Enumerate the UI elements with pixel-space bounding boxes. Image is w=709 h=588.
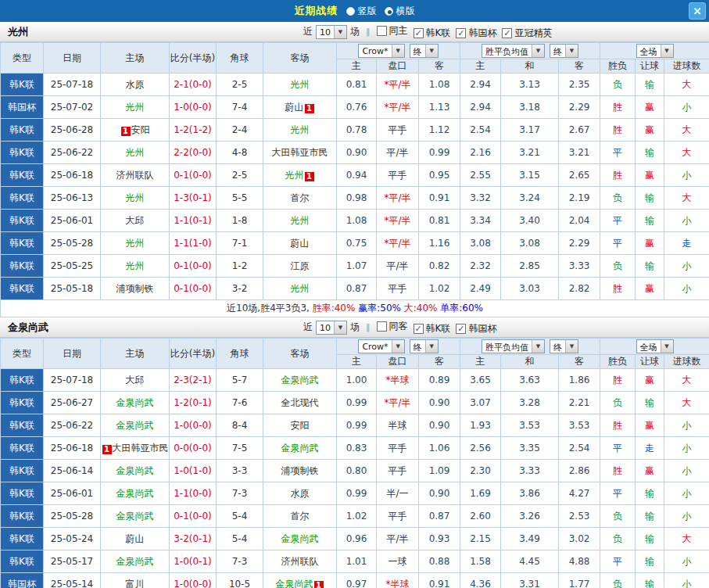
league-type-cell: 韩K联 <box>1 414 44 437</box>
score-cell: 2-3(2-1) <box>170 369 217 392</box>
red-card-badge: 1 <box>305 104 314 113</box>
mean-draw-cell: 3.13 <box>501 74 559 96</box>
away-odds-cell: 0.93 <box>419 528 460 550</box>
checkbox-icon[interactable]: ✓ <box>502 28 512 38</box>
layout-option-vertical[interactable]: 竖版 <box>346 5 377 18</box>
goals-result-cell: 大 <box>664 528 709 550</box>
handicap-result-cell: 输 <box>636 482 664 505</box>
match-date-cell: 25-05-18 <box>44 278 101 300</box>
handicap-line-cell: 平/半 <box>377 142 419 164</box>
team-label: 金泉尚武 <box>116 465 154 476</box>
filter-option[interactable]: ✓韩国杯 <box>456 27 496 40</box>
checkbox-icon[interactable] <box>377 321 387 332</box>
checkbox-icon[interactable]: ✓ <box>456 28 466 38</box>
team-label: 大邱 <box>126 215 145 226</box>
team-label: 大邱 <box>126 375 145 385</box>
mean-away-cell: 2.35 <box>559 74 600 96</box>
mean-home-cell: 3.32 <box>460 187 501 210</box>
corner-cell: 1-2 <box>217 255 263 278</box>
goals-result-cell: 大 <box>664 369 709 392</box>
filter-option[interactable]: ✓韩K联 <box>414 27 451 40</box>
radio-label: 横版 <box>396 5 415 18</box>
away-team-cell: 蔚山1 <box>263 96 337 119</box>
away-team-cell: 金泉尚武 <box>263 528 337 550</box>
away-odds-cell: 0.90 <box>419 482 460 505</box>
handicap-result-cell: 输 <box>636 528 664 550</box>
away-team-cell: 安阳 <box>263 414 337 437</box>
corner-cell: 2-4 <box>217 119 263 142</box>
wdl-result-cell: 胜 <box>600 164 636 187</box>
close-button[interactable]: ✕ <box>689 2 706 20</box>
team-label: 金泉尚武 <box>116 511 154 522</box>
mean-stage-select[interactable]: 终 ▼ <box>550 339 578 353</box>
mean-away-cell: 2.54 <box>559 437 600 460</box>
filter-option[interactable]: ✓韩国杯 <box>456 322 496 335</box>
corner-cell: 2-5 <box>217 164 263 187</box>
match-date-cell: 25-06-28 <box>44 119 101 142</box>
away-team-cell: 光州 <box>263 119 337 142</box>
dropdown-arrow-icon: ▼ <box>532 45 544 57</box>
mean-home-cell: 2.55 <box>460 164 501 187</box>
away-odds-cell: 1.13 <box>419 96 460 119</box>
dropdown-arrow-icon: ▼ <box>565 45 578 57</box>
match-date-cell: 25-06-22 <box>44 414 101 437</box>
match-date-cell: 25-05-28 <box>44 232 101 255</box>
match-date-cell: 25-05-17 <box>44 550 101 573</box>
score-cell: 0-1(0-0) <box>170 505 217 528</box>
mean-away-cell: 2.21 <box>559 392 600 414</box>
mean-away-cell: 2.53 <box>559 505 600 528</box>
match-row: 韩K联25-05-28光州1-1(1-0)7-1蔚山0.75*平/半1.163.… <box>1 232 709 255</box>
league-filters: 同主✓韩K联✓韩国杯✓亚冠精英 <box>377 24 558 40</box>
col-header-result-wdl: 胜负 <box>600 59 636 74</box>
mean-draw-cell: 3.40 <box>501 210 559 232</box>
match-date-cell: 25-06-13 <box>44 187 101 210</box>
recent-count-select[interactable]: 10 ▼ <box>316 321 347 335</box>
team-label: 光州 <box>291 215 310 226</box>
dropdown-arrow-icon: ▼ <box>392 340 404 353</box>
league-type-cell: 韩K联 <box>1 278 44 300</box>
filter-option[interactable]: ✓韩K联 <box>414 322 451 335</box>
home-odds-cell: 1.01 <box>337 550 377 573</box>
match-date-cell: 25-06-01 <box>44 210 101 232</box>
filter-option[interactable]: 同客 <box>377 320 408 333</box>
team-label: 光州 <box>126 147 145 158</box>
wdl-result-cell: 胜 <box>600 119 636 142</box>
filter-option[interactable]: 同主 <box>377 24 408 38</box>
mean-type-select[interactable]: 胜平负均值 ▼ <box>482 339 545 353</box>
mean-type-select[interactable]: 胜平负均值 ▼ <box>482 44 545 58</box>
mean-away-cell: 2.67 <box>559 119 600 142</box>
odds-company-select[interactable]: Crow* ▼ <box>358 339 404 353</box>
match-date-cell: 25-07-02 <box>44 96 101 119</box>
odds-stage-select[interactable]: 终 ▼ <box>410 44 439 58</box>
score-cell: 0-1(0-0) <box>170 164 217 187</box>
mean-group-header: 胜平负均值 ▼ 终 ▼ <box>460 339 600 355</box>
wdl-result-cell: 胜 <box>600 278 636 300</box>
mean-home-cell: 2.60 <box>460 505 501 528</box>
filter-label: 韩K联 <box>426 322 451 335</box>
home-team-cell: 光州 <box>101 96 170 119</box>
away-odds-cell: 0.81 <box>419 210 460 232</box>
handicap-line-cell: 平/半 <box>377 528 419 550</box>
scope-select[interactable]: 全场 ▼ <box>636 339 674 353</box>
checkbox-icon[interactable]: ✓ <box>414 28 424 38</box>
checkbox-icon[interactable]: ✓ <box>456 324 466 334</box>
checkbox-icon[interactable] <box>377 26 387 36</box>
league-filters: 同客✓韩K联✓韩国杯 <box>377 320 503 335</box>
scope-select[interactable]: 全场 ▼ <box>636 44 674 58</box>
mean-draw-cell: 3.03 <box>501 278 559 300</box>
score-cell: 1-1(0-0) <box>170 482 217 505</box>
mean-stage-select[interactable]: 终 ▼ <box>550 44 578 58</box>
checkbox-icon[interactable]: ✓ <box>414 324 424 334</box>
odds-stage-select[interactable]: 终 ▼ <box>410 339 439 353</box>
score-cell: 0-1(0-0) <box>170 255 217 278</box>
filter-option[interactable]: ✓亚冠精英 <box>502 27 552 40</box>
layout-option-horizontal[interactable]: 横版 <box>385 5 415 18</box>
away-team-cell: 首尔 <box>263 505 337 528</box>
recent-count-select[interactable]: 10 ▼ <box>316 25 347 39</box>
mean-draw-cell: 3.26 <box>501 505 559 528</box>
home-odds-cell: 0.75 <box>337 232 377 255</box>
radio-icon <box>346 7 355 16</box>
odds-company-select[interactable]: Crow* ▼ <box>358 44 404 58</box>
home-team-cell: 金泉尚武 <box>101 460 170 482</box>
handicap-result-cell: 赢 <box>636 460 664 482</box>
